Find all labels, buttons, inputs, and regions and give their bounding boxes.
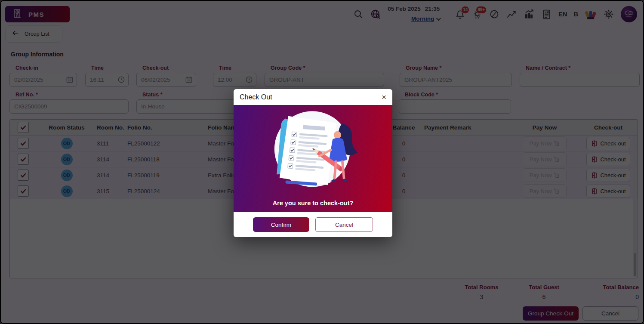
checkout-modal: Check Out × bbox=[234, 89, 392, 237]
modal-title: Check Out bbox=[240, 93, 272, 101]
modal-message: Are you sure to check-out? bbox=[234, 200, 392, 207]
modal-body: Are you sure to check-out? bbox=[234, 105, 392, 212]
confirm-button[interactable]: Confirm bbox=[253, 217, 309, 232]
modal-cancel-button[interactable]: Cancel bbox=[315, 217, 373, 232]
checkout-illustration bbox=[259, 108, 367, 196]
close-icon[interactable]: × bbox=[382, 93, 386, 101]
pms-screen: PMS 05 Feb 202521:35 Morning bbox=[0, 0, 644, 324]
